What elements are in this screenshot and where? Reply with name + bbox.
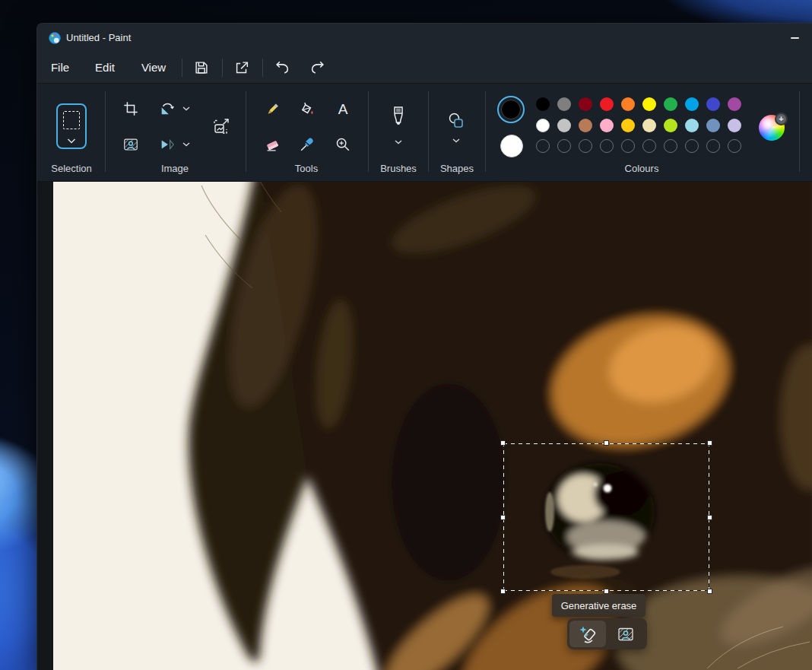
background-color-swatch[interactable]: [500, 135, 523, 157]
titlebar: Untitled - Paint: [37, 24, 812, 52]
section-label-shapes: Shapes: [440, 163, 474, 174]
palette-swatch-empty[interactable]: [728, 139, 741, 153]
magnifier-tool-button[interactable]: [331, 132, 355, 157]
palette-swatch[interactable]: [557, 119, 571, 132]
brushes-button[interactable]: [386, 105, 411, 129]
chevron-down-icon: [67, 138, 76, 144]
palette-swatch[interactable]: [706, 119, 720, 132]
selection-rectangle-icon: [63, 111, 80, 129]
palette-swatch-empty[interactable]: [600, 139, 614, 153]
palette-swatch[interactable]: [600, 119, 614, 132]
palette-swatch[interactable]: [621, 119, 635, 132]
colour-palette: [536, 97, 741, 153]
rotate-dropdown-chevron[interactable]: [180, 103, 192, 115]
palette-swatch-empty[interactable]: [664, 139, 677, 153]
save-icon: [193, 59, 210, 76]
share-button[interactable]: [230, 56, 254, 80]
rotate-icon: [159, 100, 176, 117]
ribbon-separator: [105, 91, 106, 172]
selection-handle[interactable]: [500, 589, 506, 594]
crop-button[interactable]: [119, 97, 143, 121]
menu-file[interactable]: File: [45, 52, 75, 83]
flip-icon: [159, 136, 176, 153]
palette-swatch[interactable]: [642, 119, 656, 132]
pencil-tool-button[interactable]: [260, 97, 284, 122]
fill-tool-button[interactable]: [295, 97, 319, 122]
save-button[interactable]: [189, 56, 214, 80]
menubar-separator: [222, 59, 223, 77]
paint-logo-icon: [48, 31, 62, 45]
redo-button[interactable]: [306, 56, 330, 80]
palette-swatch[interactable]: [642, 97, 656, 111]
canvas-workarea: Generative erase: [37, 182, 812, 670]
chevron-down-icon: [182, 142, 190, 147]
remove-background-floating-button[interactable]: [607, 621, 644, 647]
color-picker-tool-button[interactable]: [295, 132, 319, 157]
palette-swatch-empty[interactable]: [579, 139, 592, 153]
palette-swatch[interactable]: [728, 119, 741, 132]
foreground-color-swatch[interactable]: [497, 96, 525, 123]
selection-marquee[interactable]: [503, 443, 709, 591]
palette-swatch[interactable]: [685, 119, 699, 132]
palette-swatch-empty[interactable]: [706, 139, 720, 153]
resize-image-button[interactable]: [209, 114, 233, 138]
text-tool-button[interactable]: A: [331, 97, 355, 122]
minimize-button[interactable]: [781, 28, 808, 48]
shapes-button[interactable]: [444, 109, 468, 133]
brush-icon: [389, 106, 408, 129]
flip-button[interactable]: [155, 132, 179, 157]
eraser-tool-button[interactable]: [260, 132, 284, 157]
ribbon: Selection: [37, 83, 812, 182]
rotate-button[interactable]: [155, 97, 179, 121]
text-tool-glyph: A: [338, 101, 348, 118]
ribbon-separator: [368, 91, 369, 172]
selection-tool-button[interactable]: [56, 103, 87, 149]
palette-swatch-empty[interactable]: [642, 139, 656, 153]
menu-view[interactable]: View: [136, 52, 171, 83]
palette-swatch-empty[interactable]: [536, 139, 550, 153]
selection-handle[interactable]: [500, 515, 506, 520]
brushes-dropdown-chevron[interactable]: [392, 136, 404, 148]
undo-icon: [274, 59, 290, 76]
palette-swatch[interactable]: [579, 97, 592, 111]
add-colour-icon: +: [775, 113, 788, 125]
canvas[interactable]: Generative erase: [53, 182, 812, 670]
flip-dropdown-chevron[interactable]: [180, 138, 192, 151]
palette-swatch[interactable]: [536, 119, 550, 132]
palette-swatch[interactable]: [621, 97, 635, 111]
selection-handle[interactable]: [707, 440, 712, 446]
palette-swatch[interactable]: [728, 97, 741, 111]
selection-handle[interactable]: [604, 440, 609, 446]
palette-swatch[interactable]: [600, 97, 614, 111]
section-label-colours: Colours: [625, 163, 659, 174]
crop-icon: [122, 100, 139, 117]
generative-erase-button[interactable]: [569, 621, 606, 647]
undo-button[interactable]: [270, 56, 294, 80]
palette-swatch[interactable]: [664, 119, 677, 132]
remove-background-button[interactable]: [119, 132, 143, 157]
magnifier-icon: [335, 136, 351, 153]
palette-swatch[interactable]: [706, 97, 720, 111]
share-icon: [233, 59, 250, 76]
palette-swatch[interactable]: [579, 119, 592, 132]
generative-erase-tooltip: Generative erase: [552, 594, 645, 617]
palette-swatch[interactable]: [664, 97, 677, 111]
pencil-icon: [264, 101, 281, 118]
selection-handle[interactable]: [500, 440, 506, 446]
palette-swatch-empty[interactable]: [621, 139, 635, 153]
palette-swatch-empty[interactable]: [685, 139, 699, 153]
menu-edit[interactable]: Edit: [87, 52, 122, 83]
remove-background-icon: [122, 136, 139, 153]
palette-swatch[interactable]: [557, 97, 571, 111]
minimize-icon: [791, 37, 799, 39]
selection-handle[interactable]: [707, 589, 712, 594]
palette-swatch[interactable]: [685, 97, 699, 111]
palette-swatch[interactable]: [536, 97, 550, 111]
chevron-down-icon: [395, 140, 402, 144]
shapes-dropdown-chevron[interactable]: [450, 135, 462, 147]
ribbon-separator: [428, 91, 429, 172]
menubar-separator: [262, 59, 263, 77]
palette-swatch-empty[interactable]: [557, 139, 571, 153]
selection-handle[interactable]: [604, 589, 609, 594]
selection-handle[interactable]: [707, 515, 712, 520]
